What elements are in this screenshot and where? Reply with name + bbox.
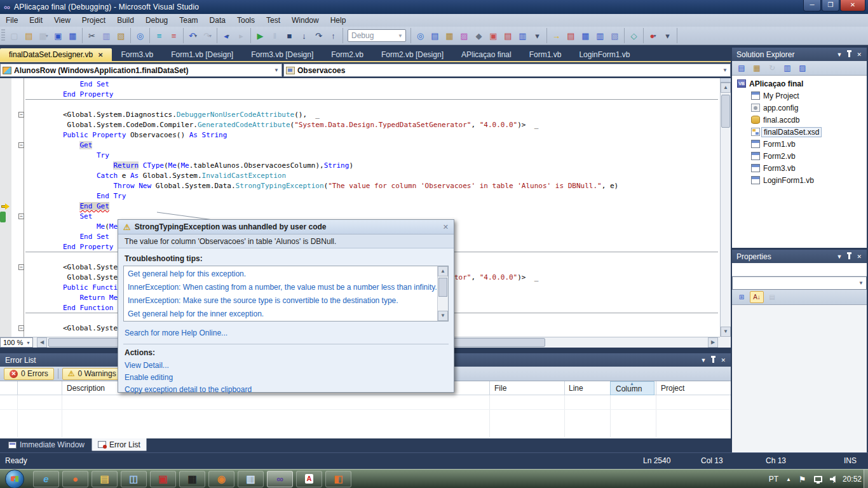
save-all-icon[interactable]: ▦ <box>66 29 79 43</box>
menu-team[interactable]: Team <box>173 14 203 27</box>
pin-icon[interactable] <box>848 52 850 57</box>
cut-icon[interactable]: ✂ <box>85 29 98 43</box>
stop-debug-icon[interactable]: ■ <box>283 29 296 43</box>
code-line[interactable]: Public Property Observacoes() As String <box>0 130 719 140</box>
menu-tools[interactable]: Tools <box>231 14 261 27</box>
splitter-handle[interactable] <box>721 78 731 83</box>
tools-icon[interactable]: ◆ <box>472 29 485 43</box>
document-tab[interactable]: Form1.vb <box>520 48 571 62</box>
types-dropdown[interactable]: AlunosRow (WindowsApplication1.finalData… <box>0 64 282 77</box>
tree-item-aplicaçao-final[interactable]: VBAPlicaçao final <box>732 78 867 90</box>
navigate-backward-icon[interactable]: ◂▾ <box>220 29 233 43</box>
save-icon[interactable]: ▣ <box>51 29 65 43</box>
scroll-up-icon[interactable]: ▲ <box>721 83 731 93</box>
clock[interactable]: 20:52 <box>843 475 862 484</box>
pause-icon[interactable]: ‖ <box>268 29 281 43</box>
menu-build[interactable]: Build <box>111 14 140 27</box>
scroll-down-icon[interactable]: ▼ <box>721 327 731 337</box>
code-line[interactable]: End Property <box>0 90 719 100</box>
window-position-chevron-icon[interactable]: ▼ <box>837 51 843 58</box>
menu-file[interactable]: File <box>0 14 24 27</box>
tool-window-tab-immediate-window[interactable]: Immediate Window <box>3 438 90 451</box>
menu-help[interactable]: Help <box>325 14 352 27</box>
editor-zoom-dropdown[interactable]: 100 % ▼ <box>0 337 33 348</box>
refresh-icon[interactable]: ↻ <box>765 62 779 74</box>
view-designer-icon[interactable]: ▨ <box>796 62 810 74</box>
solution-explorer-title-bar[interactable]: Solution Explorer ▼ ✕ <box>732 48 867 61</box>
visual-studio-icon[interactable]: ∞ <box>267 471 293 487</box>
column-header-column[interactable]: ▲Column <box>610 381 654 395</box>
filter-warnings-button[interactable]: ⚠0 Warnings <box>62 368 122 380</box>
document-tab[interactable]: Form1.vb [Design] <box>162 48 242 62</box>
start-button[interactable] <box>5 470 24 488</box>
show-next-statement-icon[interactable]: → <box>550 29 563 43</box>
uploader-app-icon[interactable]: ◉ <box>208 471 234 487</box>
open-file-icon[interactable]: ▤ <box>22 29 36 43</box>
scroll-right-icon[interactable]: ▶ <box>708 337 718 348</box>
view-code-icon[interactable]: ▥ <box>780 62 794 74</box>
step-over-icon[interactable]: ↷ <box>312 29 325 43</box>
copy-icon[interactable]: ▥ <box>100 29 113 43</box>
close-icon[interactable]: ✕ <box>438 223 454 231</box>
code-line[interactable]: Throw New Global.System.Data.StrongTypin… <box>0 181 719 191</box>
step-into-icon[interactable]: ↓ <box>297 29 311 43</box>
alphabetical-icon[interactable]: A↓ <box>750 291 764 303</box>
tree-item-finaldataset-xsd[interactable]: finalDataSet.xsd <box>732 126 867 138</box>
hidden-icons-chevron[interactable]: ▲ <box>786 477 791 482</box>
window-position-chevron-icon[interactable]: ▼ <box>837 254 843 260</box>
action-link[interactable]: Copy exception detail to the clipboard <box>125 384 449 396</box>
close-button[interactable]: ✕ <box>840 0 865 11</box>
code-line[interactable]: Return CType(Me(Me.tableAlunos.Observaco… <box>0 161 719 171</box>
scroll-down-icon[interactable]: ▼ <box>438 311 448 321</box>
troubleshooting-tip-link[interactable]: InnerException: Make sure the source typ… <box>128 294 435 308</box>
search-help-online-link[interactable]: Search for more Help Online... <box>125 327 449 340</box>
debug-configuration-dropdown[interactable]: Debug▼ <box>348 29 406 42</box>
scroll-up-icon[interactable]: ▲ <box>438 266 448 276</box>
paste-icon[interactable]: ▧ <box>114 29 128 43</box>
comment-icon[interactable]: ≡ <box>153 29 166 43</box>
document-tab[interactable]: LoginForm1.vb <box>570 48 639 62</box>
code-line[interactable] <box>0 100 719 110</box>
column-header-description[interactable]: Description <box>67 381 105 395</box>
exception-popup-header[interactable]: ⚠ StrongTypingException was unhandled by… <box>118 220 454 234</box>
code-line[interactable]: End Set <box>0 79 719 90</box>
code-line[interactable]: Catch e As Global.System.InvalidCastExce… <box>0 171 719 181</box>
menu-window[interactable]: Window <box>286 14 325 27</box>
code-line[interactable]: Try <box>0 151 719 161</box>
tips-scroll-thumb[interactable] <box>438 278 447 297</box>
editor-vertical-scrollbar[interactable]: ▲ ▼ <box>720 78 731 337</box>
menu-data[interactable]: Data <box>204 14 231 27</box>
close-icon[interactable]: ✕ <box>98 48 103 62</box>
properties-icon[interactable]: ▤ <box>735 62 749 74</box>
navigate-forward-icon[interactable]: ▸ <box>234 29 248 43</box>
intellitrace-icon[interactable]: ◇ <box>627 29 641 43</box>
code-line[interactable]: End Try <box>0 191 719 201</box>
new-item-icon[interactable]: ▢ <box>8 29 21 43</box>
action-link[interactable]: Enable editing <box>125 372 449 384</box>
library-app-icon[interactable]: ▦ <box>179 471 205 487</box>
immediate-window-icon[interactable]: ▦ <box>579 29 592 43</box>
tree-item-form2-vb[interactable]: Form2.vb <box>732 150 867 162</box>
maximize-button[interactable]: ❐ <box>822 0 839 11</box>
document-tab[interactable]: APlicaçao final <box>452 48 520 62</box>
designer-icon[interactable]: ▨ <box>458 29 471 43</box>
add-item-icon[interactable]: ▦▾ <box>37 29 50 43</box>
troubleshooting-tip-link[interactable]: Get general help for the inner exception… <box>128 308 435 321</box>
show-desktop-button[interactable] <box>864 470 868 488</box>
redo-icon[interactable]: ↷▾ <box>201 29 214 43</box>
call-stack-icon[interactable]: ▧ <box>608 29 621 43</box>
adobe-reader-icon[interactable]: A <box>296 471 322 487</box>
properties-title-bar[interactable]: Properties ▼ ✕ <box>732 250 867 263</box>
undo-icon[interactable]: ↶▾ <box>186 29 200 43</box>
internet-explorer-icon[interactable]: e <box>33 471 59 487</box>
output-window-icon[interactable]: ▥ <box>516 29 529 43</box>
menu-edit[interactable]: Edit <box>24 14 48 27</box>
categorized-icon[interactable]: ⊞ <box>735 291 749 303</box>
picture-app-icon[interactable]: ◧ <box>325 471 351 487</box>
tips-scrollbar[interactable]: ▲ ▼ <box>437 266 448 321</box>
uncomment-icon[interactable]: ≡ <box>167 29 180 43</box>
troubleshooting-tip-link[interactable]: Get general help for this exception. <box>128 268 435 281</box>
column-header-file[interactable]: File <box>494 381 506 395</box>
column-header-project[interactable]: Project <box>661 381 684 395</box>
keyboard-language-indicator[interactable]: PT <box>769 475 778 484</box>
